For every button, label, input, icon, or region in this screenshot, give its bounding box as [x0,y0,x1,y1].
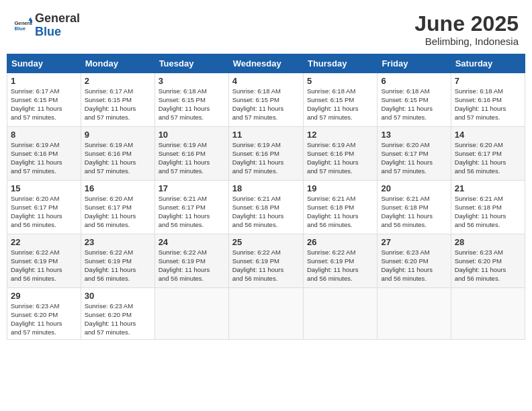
day-info-15: Sunrise: 6:20 AMSunset: 6:17 PMDaylight:… [11,195,77,229]
week-row-3: 15 Sunrise: 6:20 AMSunset: 6:17 PMDaylig… [7,181,525,234]
day-cell-24: 24 Sunrise: 6:22 AMSunset: 6:19 PMDaylig… [154,234,228,288]
day-number-5: 5 [307,76,373,86]
day-cell-9: 9 Sunrise: 6:19 AMSunset: 6:16 PMDayligh… [81,127,154,181]
day-info-17: Sunrise: 6:21 AMSunset: 6:17 PMDaylight:… [159,195,225,229]
day-cell-30: 30 Sunrise: 6:23 AMSunset: 6:20 PMDaylig… [81,288,154,340]
logo-general: General [35,11,80,25]
day-cell-5: 5 Sunrise: 6:18 AMSunset: 6:15 PMDayligh… [303,73,377,127]
day-cell-2: 2 Sunrise: 6:17 AMSunset: 6:15 PMDayligh… [81,73,154,127]
day-info-14: Sunrise: 6:20 AMSunset: 6:17 PMDaylight:… [455,141,521,175]
day-info-4: Sunrise: 6:18 AMSunset: 6:15 PMDaylight:… [232,87,300,122]
day-cell-13: 13 Sunrise: 6:20 AMSunset: 6:17 PMDaylig… [378,127,451,181]
day-info-23: Sunrise: 6:22 AMSunset: 6:19 PMDaylight:… [85,248,151,283]
day-number-14: 14 [455,130,521,140]
day-cell-19: 19 Sunrise: 6:21 AMSunset: 6:18 PMDaylig… [303,181,377,234]
week-row-2: 8 Sunrise: 6:19 AMSunset: 6:16 PMDayligh… [7,127,525,181]
day-cell-12: 12 Sunrise: 6:19 AMSunset: 6:16 PMDaylig… [303,127,377,181]
day-number-19: 19 [307,183,373,193]
day-number-23: 23 [85,237,151,247]
day-number-8: 8 [11,130,77,140]
day-number-28: 28 [455,237,521,247]
header: General Blue General Blue June 2025 Beli… [7,7,525,50]
day-info-20: Sunrise: 6:21 AMSunset: 6:18 PMDaylight:… [381,195,447,229]
month-year: June 2025 [414,12,519,36]
day-cell-11: 11 Sunrise: 6:19 AMSunset: 6:16 PMDaylig… [228,127,303,181]
logo-blue: Blue [35,25,61,38]
day-number-15: 15 [11,183,77,193]
weekday-header-row: Sunday Monday Tuesday Wednesday Thursday… [7,54,525,73]
header-monday: Monday [81,54,154,73]
day-cell-3: 3 Sunrise: 6:18 AMSunset: 6:15 PMDayligh… [154,73,228,127]
day-info-29: Sunrise: 6:23 AMSunset: 6:20 PMDaylight:… [11,302,77,336]
day-number-2: 2 [85,76,151,86]
week-row-1: 1 Sunrise: 6:17 AMSunset: 6:15 PMDayligh… [7,73,525,127]
empty-cell [228,288,303,340]
day-cell-28: 28 Sunrise: 6:23 AMSunset: 6:20 PMDaylig… [451,234,525,288]
day-number-27: 27 [381,237,447,247]
header-friday: Friday [378,54,451,73]
day-info-27: Sunrise: 6:23 AMSunset: 6:20 PMDaylight:… [381,248,447,283]
calendar: Sunday Monday Tuesday Wednesday Thursday… [7,54,525,340]
day-info-26: Sunrise: 6:22 AMSunset: 6:19 PMDaylight:… [307,248,373,283]
day-info-7: Sunrise: 6:18 AMSunset: 6:16 PMDaylight:… [455,87,521,122]
day-cell-17: 17 Sunrise: 6:21 AMSunset: 6:17 PMDaylig… [154,181,228,234]
header-sunday: Sunday [7,54,81,73]
day-info-22: Sunrise: 6:22 AMSunset: 6:19 PMDaylight:… [11,248,77,283]
empty-cell [303,288,377,340]
empty-cell [378,288,451,340]
week-row-5: 29 Sunrise: 6:23 AMSunset: 6:20 PMDaylig… [7,288,525,340]
day-number-12: 12 [307,130,373,140]
day-number-30: 30 [85,291,151,301]
header-saturday: Saturday [451,54,525,73]
day-info-25: Sunrise: 6:22 AMSunset: 6:19 PMDaylight:… [232,248,300,283]
day-info-18: Sunrise: 6:21 AMSunset: 6:18 PMDaylight:… [232,195,300,229]
day-cell-21: 21 Sunrise: 6:21 AMSunset: 6:18 PMDaylig… [451,181,525,234]
day-number-26: 26 [307,237,373,247]
day-number-9: 9 [85,130,151,140]
day-cell-10: 10 Sunrise: 6:19 AMSunset: 6:16 PMDaylig… [154,127,228,181]
day-number-7: 7 [455,76,521,86]
day-number-13: 13 [381,130,447,140]
day-info-11: Sunrise: 6:19 AMSunset: 6:16 PMDaylight:… [232,141,300,175]
day-number-3: 3 [159,76,225,86]
day-info-9: Sunrise: 6:19 AMSunset: 6:16 PMDaylight:… [85,141,151,175]
day-number-17: 17 [159,183,225,193]
day-number-29: 29 [11,291,77,301]
day-cell-26: 26 Sunrise: 6:22 AMSunset: 6:19 PMDaylig… [303,234,377,288]
day-cell-1: 1 Sunrise: 6:17 AMSunset: 6:15 PMDayligh… [7,73,81,127]
day-cell-8: 8 Sunrise: 6:19 AMSunset: 6:16 PMDayligh… [7,127,81,181]
day-info-16: Sunrise: 6:20 AMSunset: 6:17 PMDaylight:… [85,195,151,229]
title-area: June 2025 Belimbing, Indonesia [414,12,519,47]
day-info-8: Sunrise: 6:19 AMSunset: 6:16 PMDaylight:… [11,141,77,175]
day-cell-25: 25 Sunrise: 6:22 AMSunset: 6:19 PMDaylig… [228,234,303,288]
day-cell-15: 15 Sunrise: 6:20 AMSunset: 6:17 PMDaylig… [7,181,81,234]
header-wednesday: Wednesday [228,54,303,73]
day-number-4: 4 [232,76,300,86]
day-number-20: 20 [381,183,447,193]
empty-cell [154,288,228,340]
day-info-21: Sunrise: 6:21 AMSunset: 6:18 PMDaylight:… [455,195,521,229]
day-number-22: 22 [11,237,77,247]
day-number-11: 11 [232,130,300,140]
day-info-10: Sunrise: 6:19 AMSunset: 6:16 PMDaylight:… [159,141,225,175]
location: Belimbing, Indonesia [414,36,519,47]
header-tuesday: Tuesday [154,54,228,73]
day-number-6: 6 [381,76,447,86]
day-cell-16: 16 Sunrise: 6:20 AMSunset: 6:17 PMDaylig… [81,181,154,234]
day-info-28: Sunrise: 6:23 AMSunset: 6:20 PMDaylight:… [455,248,521,283]
day-cell-14: 14 Sunrise: 6:20 AMSunset: 6:17 PMDaylig… [451,127,525,181]
day-number-18: 18 [232,183,300,193]
day-number-10: 10 [159,130,225,140]
day-cell-18: 18 Sunrise: 6:21 AMSunset: 6:18 PMDaylig… [228,181,303,234]
day-number-16: 16 [85,183,151,193]
day-info-5: Sunrise: 6:18 AMSunset: 6:15 PMDaylight:… [307,87,373,122]
day-cell-7: 7 Sunrise: 6:18 AMSunset: 6:16 PMDayligh… [451,73,525,127]
day-number-1: 1 [11,76,77,86]
day-cell-6: 6 Sunrise: 6:18 AMSunset: 6:15 PMDayligh… [378,73,451,127]
day-info-2: Sunrise: 6:17 AMSunset: 6:15 PMDaylight:… [85,87,151,122]
logo: General Blue General Blue [13,12,80,39]
day-cell-20: 20 Sunrise: 6:21 AMSunset: 6:18 PMDaylig… [378,181,451,234]
svg-text:Blue: Blue [14,26,26,32]
day-info-30: Sunrise: 6:23 AMSunset: 6:20 PMDaylight:… [85,302,151,336]
day-number-25: 25 [232,237,300,247]
